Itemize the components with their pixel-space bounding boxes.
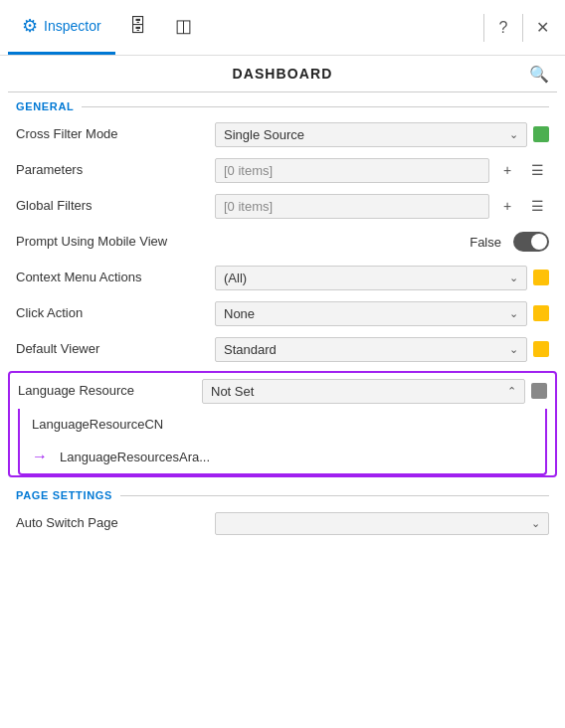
click-action-label: Click Action bbox=[16, 305, 215, 322]
tab-panel[interactable]: ◫ bbox=[161, 0, 206, 55]
help-button[interactable]: ? bbox=[488, 13, 518, 43]
default-viewer-value: Standard bbox=[224, 342, 277, 357]
global-filters-control: [0 items] + ☰ bbox=[215, 194, 549, 219]
chevron-up-icon: ⌃ bbox=[507, 385, 516, 398]
context-menu-control: (All) ⌄ bbox=[215, 266, 549, 290]
context-menu-value: (All) bbox=[224, 271, 247, 285]
context-menu-dropdown[interactable]: (All) ⌄ bbox=[215, 266, 527, 290]
section-page-settings-label: PAGE SETTINGS bbox=[16, 489, 112, 501]
row-prompt-mobile: Prompt Using Mobile View False bbox=[0, 224, 565, 260]
language-resource-popup: LanguageResourceCN → LanguageResourcesAr… bbox=[18, 409, 547, 475]
language-resource-section: Language Resource Not Set ⌃ LanguageReso… bbox=[8, 371, 557, 477]
language-resource-color bbox=[531, 383, 547, 399]
default-viewer-label: Default Viewer bbox=[16, 341, 215, 358]
row-parameters: Parameters [0 items] + ☰ bbox=[0, 152, 565, 188]
panel-title: DASHBOARD bbox=[232, 66, 332, 82]
global-filters-value: [0 items] bbox=[224, 199, 273, 214]
row-auto-switch-page: Auto Switch Page ⌄ bbox=[0, 505, 565, 541]
chevron-down-icon: ⌄ bbox=[509, 128, 518, 141]
global-filters-input[interactable]: [0 items] bbox=[215, 194, 489, 219]
cross-filter-dropdown[interactable]: Single Source ⌄ bbox=[215, 122, 527, 147]
prompt-mobile-value: False bbox=[470, 235, 501, 250]
tab-divider bbox=[483, 14, 484, 42]
auto-switch-label: Auto Switch Page bbox=[16, 515, 215, 532]
global-filters-menu-button[interactable]: ☰ bbox=[525, 194, 549, 218]
context-menu-label: Context Menu Actions bbox=[16, 270, 215, 286]
lang-option-cn[interactable]: LanguageResourceCN bbox=[20, 409, 545, 440]
arrow-right-icon: → bbox=[32, 448, 48, 465]
click-action-control: None ⌄ bbox=[215, 301, 549, 326]
auto-switch-dropdown[interactable]: ⌄ bbox=[215, 512, 549, 535]
tab-database[interactable]: 🗄 bbox=[115, 0, 161, 55]
global-filters-label: Global Filters bbox=[16, 198, 215, 215]
click-action-color bbox=[533, 305, 549, 321]
chevron-down-icon: ⌄ bbox=[531, 517, 540, 530]
click-action-dropdown[interactable]: None ⌄ bbox=[215, 301, 527, 326]
prompt-mobile-toggle[interactable] bbox=[513, 232, 549, 252]
row-default-viewer: Default Viewer Standard ⌄ bbox=[0, 331, 565, 367]
auto-switch-control: ⌄ bbox=[215, 512, 549, 535]
panel-title-bar: DASHBOARD 🔍 bbox=[0, 56, 565, 91]
default-viewer-color bbox=[533, 341, 549, 357]
language-resource-dropdown[interactable]: Not Set ⌃ bbox=[202, 379, 525, 404]
panel-icon: ◫ bbox=[175, 15, 192, 37]
cross-filter-value: Single Source bbox=[224, 127, 304, 142]
close-icon: ✕ bbox=[536, 18, 549, 37]
tab-divider-2 bbox=[522, 14, 523, 42]
context-menu-color bbox=[533, 270, 549, 285]
row-context-menu: Context Menu Actions (All) ⌄ bbox=[0, 260, 565, 295]
parameters-menu-button[interactable]: ☰ bbox=[525, 158, 549, 182]
lang-option-ara-label: LanguageResourcesAra... bbox=[60, 450, 210, 464]
cross-filter-control: Single Source ⌄ bbox=[215, 122, 549, 147]
database-icon: 🗄 bbox=[129, 16, 147, 37]
global-filters-add-button[interactable]: + bbox=[495, 194, 519, 218]
language-resource-label: Language Resource bbox=[18, 383, 202, 400]
parameters-control: [0 items] + ☰ bbox=[215, 158, 549, 183]
lang-option-cn-label: LanguageResourceCN bbox=[32, 417, 163, 432]
parameters-label: Parameters bbox=[16, 162, 215, 179]
row-cross-filter-mode: Cross Filter Mode Single Source ⌄ bbox=[0, 116, 565, 152]
tab-inspector-label: Inspector bbox=[44, 18, 101, 34]
language-resource-value: Not Set bbox=[211, 384, 254, 399]
row-global-filters: Global Filters [0 items] + ☰ bbox=[0, 188, 565, 224]
tab-inspector[interactable]: ⚙ Inspector bbox=[8, 0, 115, 55]
default-viewer-control: Standard ⌄ bbox=[215, 337, 549, 362]
chevron-down-icon: ⌄ bbox=[509, 343, 518, 356]
close-button[interactable]: ✕ bbox=[527, 13, 557, 43]
cross-filter-color bbox=[533, 126, 549, 142]
search-button[interactable]: 🔍 bbox=[529, 65, 549, 84]
parameters-value: [0 items] bbox=[224, 163, 273, 178]
row-click-action: Click Action None ⌄ bbox=[0, 295, 565, 331]
lang-option-ara[interactable]: → LanguageResourcesAra... bbox=[20, 440, 545, 473]
parameters-input[interactable]: [0 items] bbox=[215, 158, 489, 183]
help-icon: ? bbox=[499, 19, 508, 37]
section-page-settings: PAGE SETTINGS bbox=[0, 481, 565, 505]
default-viewer-dropdown[interactable]: Standard ⌄ bbox=[215, 337, 527, 362]
gear-icon: ⚙ bbox=[22, 15, 38, 37]
chevron-down-icon: ⌄ bbox=[509, 307, 518, 320]
prompt-mobile-control: False bbox=[215, 232, 549, 252]
row-language-resource: Language Resource Not Set ⌃ bbox=[10, 373, 555, 409]
prompt-mobile-label: Prompt Using Mobile View bbox=[16, 234, 215, 251]
click-action-value: None bbox=[224, 306, 255, 321]
section-general: GENERAL bbox=[0, 92, 565, 116]
cross-filter-label: Cross Filter Mode bbox=[16, 126, 215, 143]
tab-bar: ⚙ Inspector 🗄 ◫ ? ✕ bbox=[0, 0, 565, 56]
section-general-label: GENERAL bbox=[16, 100, 74, 112]
chevron-down-icon: ⌄ bbox=[509, 272, 518, 284]
parameters-add-button[interactable]: + bbox=[495, 158, 519, 182]
